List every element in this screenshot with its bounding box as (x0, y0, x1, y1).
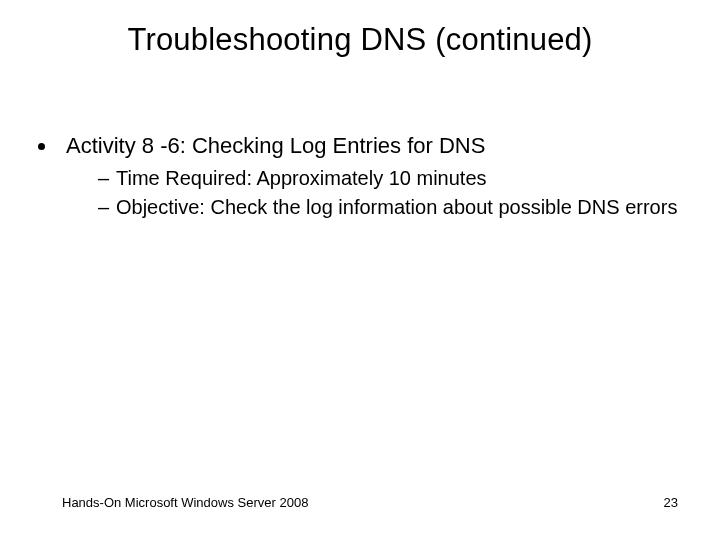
footer-text: Hands-On Microsoft Windows Server 2008 (62, 495, 308, 510)
bullet-item-1a: Time Required: Approximately 10 minutes (98, 166, 684, 191)
slide: Troubleshooting DNS (continued) Activity… (0, 0, 720, 540)
bullet-list-level1: Activity 8 -6: Checking Log Entries for … (36, 132, 684, 220)
bullet-list-level2: Time Required: Approximately 10 minutes … (66, 166, 684, 220)
bullet-item-1: Activity 8 -6: Checking Log Entries for … (58, 132, 684, 220)
slide-body: Activity 8 -6: Checking Log Entries for … (36, 132, 684, 228)
bullet-item-1-text: Activity 8 -6: Checking Log Entries for … (66, 133, 485, 158)
bullet-item-1b: Objective: Check the log information abo… (98, 195, 684, 220)
page-number: 23 (664, 495, 678, 510)
slide-title: Troubleshooting DNS (continued) (0, 22, 720, 58)
